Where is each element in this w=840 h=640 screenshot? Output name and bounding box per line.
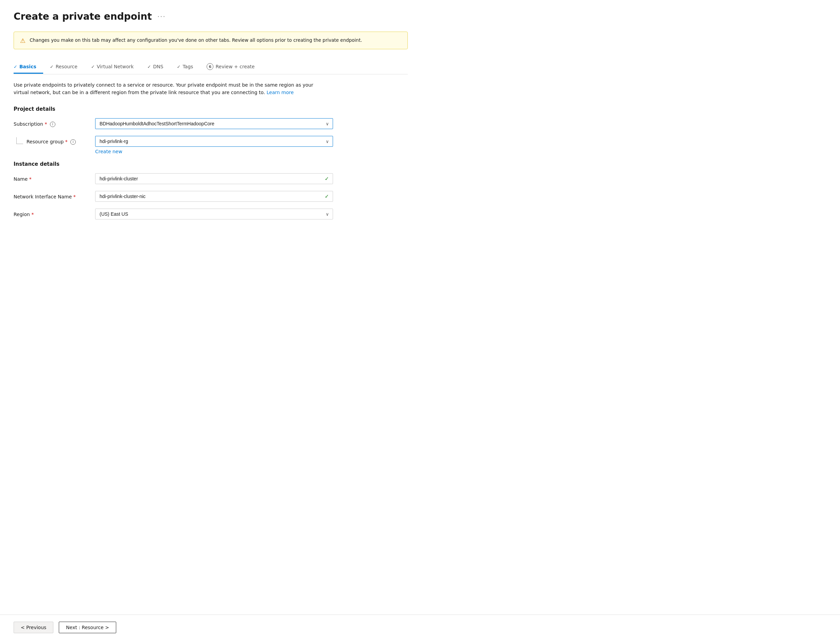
tab-virtual-network-check-icon: ✓ bbox=[91, 64, 95, 69]
project-details-header: Project details bbox=[14, 106, 408, 112]
resource-group-control: hdi-privlink-rg ∨ Create new bbox=[95, 136, 333, 154]
resource-group-info-icon[interactable]: i bbox=[71, 139, 76, 145]
page-title-menu[interactable]: ··· bbox=[157, 13, 166, 21]
tab-tags[interactable]: ✓ Tags bbox=[170, 61, 200, 74]
create-new-link[interactable]: Create new bbox=[95, 149, 122, 154]
footer: < Previous Next : Resource > bbox=[0, 614, 840, 640]
name-control: ✓ bbox=[95, 173, 333, 184]
resource-group-select[interactable]: hdi-privlink-rg bbox=[95, 136, 333, 147]
region-required: * bbox=[31, 212, 34, 217]
resource-group-label: Resource group * i bbox=[27, 136, 88, 146]
warning-icon: ⚠ bbox=[20, 37, 26, 44]
tab-tags-label: Tags bbox=[183, 64, 193, 69]
tab-basics-check-icon: ✓ bbox=[14, 64, 17, 69]
tab-review-create[interactable]: 6 Review + create bbox=[200, 60, 261, 74]
tab-basics-label: Basics bbox=[19, 64, 36, 69]
subscription-label: Subscription * i bbox=[14, 118, 88, 128]
tab-dns-check-icon: ✓ bbox=[147, 64, 151, 69]
next-button[interactable]: Next : Resource > bbox=[59, 622, 116, 633]
tab-dns[interactable]: ✓ DNS bbox=[140, 61, 170, 74]
subscription-control: BDHadoopHumboldtAdhocTestShortTermHadoop… bbox=[95, 118, 333, 129]
tab-description: Use private endpoints to privately conne… bbox=[14, 81, 319, 96]
warning-banner: ⚠ Changes you make on this tab may affec… bbox=[14, 32, 408, 49]
region-select[interactable]: (US) East US bbox=[95, 209, 333, 219]
name-input[interactable] bbox=[95, 173, 333, 184]
learn-more-link[interactable]: Learn more bbox=[266, 90, 293, 95]
tab-basics[interactable]: ✓ Basics bbox=[14, 61, 43, 74]
tab-review-create-label: Review + create bbox=[215, 64, 255, 69]
tab-review-create-number-icon: 6 bbox=[207, 63, 213, 70]
instance-details-header: Instance details bbox=[14, 161, 408, 167]
name-label: Name * bbox=[14, 173, 88, 183]
tab-virtual-network[interactable]: ✓ Virtual Network bbox=[84, 61, 141, 74]
resource-group-required: * bbox=[65, 139, 67, 144]
tabs-nav: ✓ Basics ✓ Resource ✓ Virtual Network ✓ … bbox=[14, 59, 408, 74]
previous-button[interactable]: < Previous bbox=[14, 622, 53, 633]
network-interface-name-required: * bbox=[74, 194, 76, 199]
resource-group-indent: Resource group * i bbox=[14, 136, 88, 146]
tab-resource-check-icon: ✓ bbox=[50, 64, 54, 69]
subscription-select[interactable]: BDHadoopHumboldtAdhocTestShortTermHadoop… bbox=[95, 118, 333, 129]
network-interface-name-input[interactable] bbox=[95, 191, 333, 202]
tab-virtual-network-label: Virtual Network bbox=[97, 64, 134, 69]
network-interface-name-control: ✓ bbox=[95, 191, 333, 202]
name-required: * bbox=[29, 176, 32, 182]
tab-tags-check-icon: ✓ bbox=[177, 64, 181, 69]
warning-text: Changes you make on this tab may affect … bbox=[30, 37, 362, 43]
tab-resource-label: Resource bbox=[56, 64, 77, 69]
tab-resource[interactable]: ✓ Resource bbox=[43, 61, 84, 74]
page-title: Create a private endpoint bbox=[14, 11, 152, 22]
network-interface-name-label: Network Interface Name * bbox=[14, 191, 88, 200]
subscription-required: * bbox=[45, 121, 47, 127]
region-label: Region * bbox=[14, 209, 88, 218]
subscription-info-icon[interactable]: i bbox=[50, 122, 55, 127]
tab-dns-label: DNS bbox=[153, 64, 163, 69]
region-control: (US) East US ∨ bbox=[95, 209, 333, 219]
